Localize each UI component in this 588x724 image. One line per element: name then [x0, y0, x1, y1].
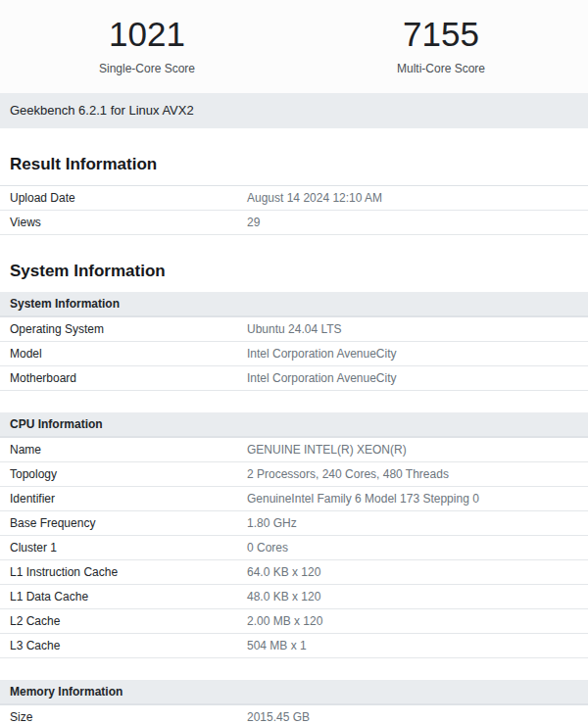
table-row: Upload Date August 14 2024 12:10 AM: [0, 186, 588, 211]
benchmark-version-text: Geekbench 6.2.1 for Linux AVX2: [10, 103, 194, 118]
multi-core-score-label: Multi-Core Score: [294, 62, 588, 75]
row-label: L1 Data Cache: [0, 585, 237, 608]
system-information-subheader: System Information: [0, 292, 588, 316]
table-row: Base Frequency 1.80 GHz: [0, 511, 588, 536]
system-information-section: System Information Operating System Ubun…: [0, 292, 588, 391]
row-label: Cluster 1: [0, 536, 237, 559]
single-core-score-card: 1021 Single-Core Score: [0, 16, 294, 75]
row-value: GENUINE INTEL(R) XEON(R): [237, 438, 588, 461]
system-information-heading: System Information: [0, 262, 588, 281]
table-row: Name GENUINE INTEL(R) XEON(R): [0, 438, 588, 462]
table-row: Views 29: [0, 211, 588, 235]
geekbench-result-page: 1021 Single-Core Score 7155 Multi-Core S…: [0, 0, 588, 724]
row-value: Intel Corporation AvenueCity: [237, 366, 588, 390]
row-label: Base Frequency: [0, 511, 237, 535]
row-value: GenuineIntel Family 6 Model 173 Stepping…: [237, 487, 588, 510]
table-row: L1 Data Cache 48.0 KB x 120: [0, 585, 588, 609]
row-label: L3 Cache: [0, 634, 237, 657]
score-summary: 1021 Single-Core Score 7155 Multi-Core S…: [0, 0, 588, 93]
table-row: Identifier GenuineIntel Family 6 Model 1…: [0, 487, 588, 511]
row-value: 1.80 GHz: [237, 511, 588, 535]
row-label: Identifier: [0, 487, 237, 510]
row-value: 504 MB x 1: [237, 634, 588, 657]
row-value: 29: [237, 211, 588, 234]
cpu-information-section: CPU Information Name GENUINE INTEL(R) XE…: [0, 412, 588, 658]
row-value: August 14 2024 12:10 AM: [237, 186, 588, 210]
row-label: Operating System: [0, 317, 237, 341]
row-label: Motherboard: [0, 366, 237, 390]
row-label: L2 Cache: [0, 609, 237, 633]
table-row: L3 Cache 504 MB x 1: [0, 634, 588, 658]
memory-information-section: Memory Information Size 2015.45 GB: [0, 680, 588, 724]
row-value: 2 Processors, 240 Cores, 480 Threads: [237, 462, 588, 486]
result-information-heading: Result Information: [0, 155, 588, 174]
row-value: Intel Corporation AvenueCity: [237, 342, 588, 365]
table-row: Cluster 1 0 Cores: [0, 536, 588, 560]
row-value: 64.0 KB x 120: [237, 560, 588, 584]
row-value: Ubuntu 24.04 LTS: [237, 317, 588, 341]
table-row: Topology 2 Processors, 240 Cores, 480 Th…: [0, 462, 588, 487]
single-core-score-label: Single-Core Score: [0, 62, 294, 75]
row-value: 2015.45 GB: [237, 705, 588, 724]
row-label: L1 Instruction Cache: [0, 560, 237, 584]
row-label: Name: [0, 438, 237, 461]
table-row: Operating System Ubuntu 24.04 LTS: [0, 317, 588, 342]
single-core-score-value: 1021: [0, 16, 294, 53]
memory-information-table: Size 2015.45 GB: [0, 704, 588, 724]
result-information-table: Upload Date August 14 2024 12:10 AM View…: [0, 185, 588, 235]
system-information-table: Operating System Ubuntu 24.04 LTS Model …: [0, 316, 588, 391]
benchmark-version-bar: Geekbench 6.2.1 for Linux AVX2: [0, 93, 588, 128]
cpu-information-subheader: CPU Information: [0, 412, 588, 437]
table-row: L1 Instruction Cache 64.0 KB x 120: [0, 560, 588, 585]
cpu-information-table: Name GENUINE INTEL(R) XEON(R) Topology 2…: [0, 437, 588, 658]
multi-core-score-card: 7155 Multi-Core Score: [294, 16, 588, 75]
table-row: Motherboard Intel Corporation AvenueCity: [0, 366, 588, 391]
row-label: Views: [0, 211, 237, 234]
row-label: Size: [0, 705, 237, 724]
table-row: Size 2015.45 GB: [0, 705, 588, 724]
row-label: Model: [0, 342, 237, 365]
table-row: L2 Cache 2.00 MB x 120: [0, 609, 588, 634]
row-label: Topology: [0, 462, 237, 486]
multi-core-score-value: 7155: [294, 16, 588, 53]
row-value: 2.00 MB x 120: [237, 609, 588, 633]
row-label: Upload Date: [0, 186, 237, 210]
row-value: 48.0 KB x 120: [237, 585, 588, 608]
table-row: Model Intel Corporation AvenueCity: [0, 342, 588, 366]
memory-information-subheader: Memory Information: [0, 680, 588, 704]
row-value: 0 Cores: [237, 536, 588, 559]
